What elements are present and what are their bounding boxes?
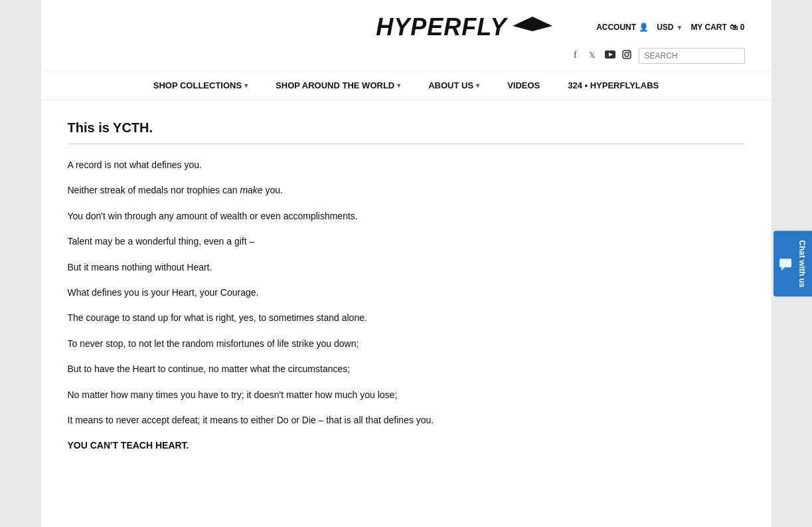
youtube-icon[interactable] xyxy=(604,49,616,62)
currency-label: USD xyxy=(657,23,673,32)
nav-about-chevron: ▾ xyxy=(476,82,479,89)
cart-bag-icon: 🛍 xyxy=(730,23,738,32)
nav-shop-around-chevron: ▾ xyxy=(397,82,400,89)
chat-widget[interactable]: Chat with us xyxy=(773,231,812,296)
nav-324-hyperflylabs[interactable]: 324 • HYPERFLYLABS xyxy=(564,71,663,100)
svg-rect-8 xyxy=(779,259,791,267)
svg-point-6 xyxy=(625,53,629,56)
header: HYPERFLY ACCOUNT 👤 USD ▼ MY CART xyxy=(41,0,771,70)
twitter-icon[interactable]: 𝕏 xyxy=(588,49,599,62)
instagram-icon[interactable] xyxy=(621,49,632,62)
account-icon: 👤 xyxy=(639,23,649,32)
currency-chevron-icon: ▼ xyxy=(676,24,683,31)
account-label: ACCOUNT xyxy=(596,23,636,32)
nav-shop-collections[interactable]: SHOP COLLECTIONS ▾ xyxy=(149,71,252,100)
social-search-row: f 𝕏 xyxy=(68,48,745,64)
final-line: YOU CAN'T TEACH HEART. xyxy=(68,438,745,453)
nav-shop-around-the-world[interactable]: SHOP AROUND THE WORLD ▾ xyxy=(272,71,404,100)
svg-marker-9 xyxy=(781,267,785,270)
para-8: To never stop, to not let the random mis… xyxy=(68,336,745,351)
site-logo: HYPERFLY xyxy=(376,13,507,41)
para-9: But to have the Heart to continue, no ma… xyxy=(68,362,745,376)
chat-label: Chat with us xyxy=(797,240,807,287)
svg-text:f: f xyxy=(574,50,577,60)
body-text: A record is not what defines you. Neithe… xyxy=(68,158,745,453)
cart-count: 0 xyxy=(740,23,745,32)
cart-link[interactable]: MY CART 🛍 0 xyxy=(690,23,744,32)
page-wrapper: HYPERFLY ACCOUNT 👤 USD ▼ MY CART xyxy=(41,0,771,527)
social-icons: f 𝕏 xyxy=(572,49,632,62)
svg-point-7 xyxy=(628,52,629,53)
chat-icon xyxy=(779,258,792,274)
currency-selector[interactable]: USD ▼ xyxy=(657,23,683,32)
header-actions: ACCOUNT 👤 USD ▼ MY CART 🛍 0 xyxy=(596,23,744,32)
svg-text:𝕏: 𝕏 xyxy=(589,51,596,60)
para-5: But it means nothing without Heart. xyxy=(68,260,745,274)
page-title: This is YCTH. xyxy=(68,120,745,136)
logo-area: HYPERFLY xyxy=(332,13,596,41)
nav-324-label: 324 • HYPERFLYLABS xyxy=(568,80,659,90)
nav-shop-around-the-world-label: SHOP AROUND THE WORLD xyxy=(276,80,394,90)
para-2: Neither streak of medals nor trophies ca… xyxy=(68,183,745,197)
search-input[interactable] xyxy=(639,48,745,64)
para-7: The courage to stand up for what is righ… xyxy=(68,310,745,325)
para-4: Talent may be a wonderful thing, even a … xyxy=(68,234,745,249)
nav-shop-collections-chevron: ▾ xyxy=(244,82,248,89)
main-content: This is YCTH. A record is not what defin… xyxy=(41,100,771,490)
nav-videos[interactable]: VIDEOS xyxy=(503,71,544,100)
para-3: You don't win through any amount of weal… xyxy=(68,209,745,223)
para-11: It means to never accept defeat; it mean… xyxy=(68,413,745,427)
logo-wing-icon xyxy=(513,17,552,38)
svg-marker-0 xyxy=(513,17,552,31)
title-divider xyxy=(68,144,745,144)
account-link[interactable]: ACCOUNT 👤 xyxy=(596,23,649,32)
para-6: What defines you is your Heart, your Cou… xyxy=(68,285,745,300)
cart-label: MY CART xyxy=(690,23,726,32)
nav-shop-collections-label: SHOP COLLECTIONS xyxy=(153,80,242,90)
facebook-icon[interactable]: f xyxy=(572,49,583,62)
nav-about-us[interactable]: ABOUT US ▾ xyxy=(424,71,483,100)
nav-videos-label: VIDEOS xyxy=(507,80,540,90)
para-1: A record is not what defines you. xyxy=(68,158,745,172)
header-top: HYPERFLY ACCOUNT 👤 USD ▼ MY CART xyxy=(68,13,745,41)
para-10: No matter how many times you have to try… xyxy=(68,387,745,402)
nav-about-us-label: ABOUT US xyxy=(428,80,473,90)
nav-bar: SHOP COLLECTIONS ▾ SHOP AROUND THE WORLD… xyxy=(41,70,771,100)
